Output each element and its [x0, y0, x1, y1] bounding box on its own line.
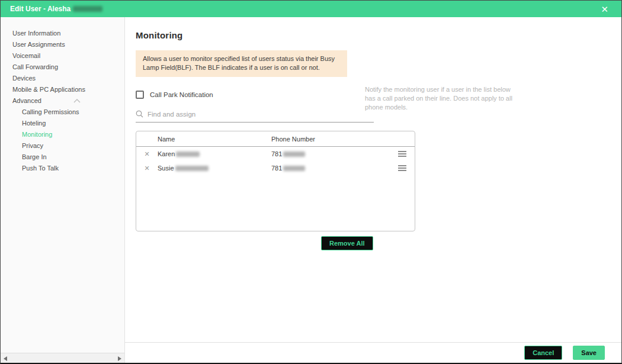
column-header-name: Name — [158, 136, 271, 143]
sidebar-item-hoteling[interactable]: Hoteling — [1, 118, 124, 129]
call-park-notification-checkbox[interactable] — [136, 91, 144, 99]
sidebar-item-calling-permissions[interactable]: Calling Permissions — [1, 107, 124, 118]
column-header-phone-number: Phone Number — [271, 136, 397, 143]
sidebar-item-privacy[interactable]: Privacy — [1, 140, 124, 152]
search-input[interactable] — [148, 111, 374, 118]
sidebar-item-user-information[interactable]: User Information — [1, 28, 124, 39]
drag-handle-icon[interactable] — [398, 151, 406, 157]
sidebar-item-advanced[interactable]: Advanced — [1, 95, 124, 107]
sidebar-item-user-assignments[interactable]: User Assignments — [1, 39, 124, 50]
dialog-title: Edit User - Alesha — [10, 5, 102, 13]
phone-prefix: 781 — [271, 165, 282, 172]
info-banner: Allows a user to monitor specified list … — [136, 50, 347, 77]
save-button[interactable]: Save — [573, 346, 605, 360]
sidebar-item-push-to-talk[interactable]: Push To Talk — [1, 163, 124, 174]
monitored-users-table: Name Phone Number ✕ Karen 781 — [136, 131, 415, 231]
dialog-body: User Information User Assignments Voicem… — [1, 17, 621, 363]
sidebar-item-mobile-pc-applications[interactable]: Mobile & PC Applications — [1, 84, 124, 95]
edit-user-dialog: Edit User - Alesha ✕ User Information Us… — [0, 0, 622, 364]
sidebar: User Information User Assignments Voicem… — [1, 17, 125, 363]
phone-prefix: 781 — [271, 150, 282, 157]
user-name-cell: Karen — [158, 150, 271, 157]
user-first-name: Karen — [158, 150, 175, 157]
scroll-right-icon[interactable] — [118, 356, 121, 361]
chevron-up-icon — [73, 99, 81, 103]
cancel-button[interactable]: Cancel — [524, 346, 562, 360]
sidebar-item-call-forwarding[interactable]: Call Forwarding — [1, 62, 124, 73]
user-first-name: Susie — [158, 165, 174, 172]
main-panel: Monitoring Allows a user to monitor spec… — [125, 17, 621, 363]
sidebar-item-voicemail[interactable]: Voicemail — [1, 50, 124, 62]
scroll-left-icon[interactable] — [4, 356, 7, 361]
page-title: Monitoring — [136, 30, 621, 40]
phone-number-cell: 781 — [271, 165, 397, 172]
phone-number-cell: 781 — [271, 150, 397, 157]
dialog-header: Edit User - Alesha ✕ — [1, 1, 621, 17]
remove-user-icon[interactable]: ✕ — [136, 150, 158, 158]
drag-handle-icon[interactable] — [398, 165, 406, 171]
sidebar-item-advanced-label: Advanced — [12, 98, 41, 104]
dialog-footer: Cancel Save — [125, 342, 621, 363]
close-icon[interactable]: ✕ — [597, 4, 612, 15]
find-and-assign-search — [136, 110, 374, 123]
monitoring-content: Monitoring Allows a user to monitor spec… — [125, 17, 621, 342]
user-name-cell: Susie — [158, 165, 271, 172]
sidebar-horizontal-scrollbar[interactable] — [1, 353, 124, 363]
remove-all-button[interactable]: Remove All — [321, 236, 373, 250]
redacted-text — [283, 166, 305, 171]
sidebar-item-devices[interactable]: Devices — [1, 73, 124, 84]
sidebar-item-barge-in[interactable]: Barge In — [1, 152, 124, 163]
call-park-help-text: Notify the monitoring user if a user in … — [365, 85, 520, 112]
remove-user-icon[interactable]: ✕ — [136, 165, 158, 172]
redacted-text — [283, 152, 305, 157]
sidebar-item-monitoring[interactable]: Monitoring — [1, 129, 124, 140]
search-icon — [136, 110, 143, 118]
call-park-notification-label: Call Park Notification — [150, 91, 213, 98]
table-row: ✕ Karen 781 — [136, 147, 415, 161]
table-row: ✕ Susie 781 — [136, 161, 415, 175]
table-header-row: Name Phone Number — [136, 131, 415, 147]
redacted-last-name — [73, 6, 102, 12]
dialog-title-text: Edit User - Alesha — [10, 5, 70, 13]
redacted-text — [175, 166, 209, 171]
redacted-text — [176, 152, 200, 157]
